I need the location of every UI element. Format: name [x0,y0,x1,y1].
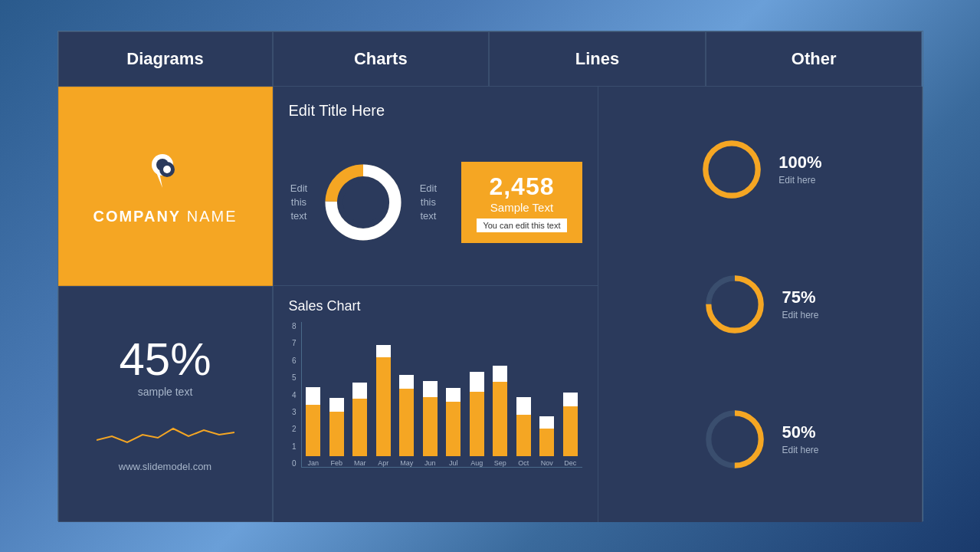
stats-box: 45% sample text www.slidemodel.com [58,286,273,522]
bar-label: Apr [378,459,388,467]
svg-point-3 [163,166,171,173]
bar-wrapper [467,337,487,456]
company-logo [143,148,188,197]
left-column: COMPANY NAME 45% sample text www.slidemo… [58,87,273,522]
right-edit-label: Edit this text [418,182,438,224]
bars-container: JanFebMarAprMayJunJulAugSepOctNovDec [301,322,582,468]
bar-bottom [539,429,554,456]
company-name-bold: COMPANY [93,208,181,225]
bar-wrapper [303,337,324,456]
bar-group: Dec [560,337,581,467]
bar-label: Mar [354,459,366,467]
bar-bottom [306,405,320,456]
bar-wrapper [350,337,371,456]
charts-top-content: Edit this text [289,135,582,270]
gauge-svg [700,270,769,339]
sample-text: sample text [138,386,193,398]
gauge-item: 100%Edit here [697,135,821,204]
stat-number: 2,458 [477,172,566,201]
header-charts[interactable]: Charts [273,31,490,87]
sales-section: Sales Chart 8 7 6 5 4 3 2 1 0 JanFebMarA [274,286,598,522]
y-axis: 8 7 6 5 4 3 2 1 0 [289,322,300,468]
bar-bottom [352,399,367,456]
bar-top [493,366,507,382]
bar-group: Apr [373,337,394,467]
gauge-percent: 100% [778,153,821,172]
gauge-text: 50%Edit here [782,422,818,456]
gauge-percent: 75% [782,288,818,307]
bar-top [446,388,461,402]
bar-bottom [470,392,484,456]
bar-label: Sep [494,459,506,467]
bar-top [376,345,391,357]
header-other[interactable]: Other [706,31,923,87]
bar-label: Jun [424,459,436,467]
bar-group: Feb [326,337,347,467]
other-label: Other [792,49,837,69]
gauge-svg [700,405,769,474]
bar-wrapper [444,337,464,456]
bar-group: Jun [420,337,441,467]
donut-svg [321,160,405,245]
bar-wrapper [373,337,394,456]
big-percent: 45% [119,337,211,383]
svg-point-10 [706,143,758,196]
bar-group: May [397,337,418,467]
mini-line-chart [97,413,234,452]
stat-label: Sample Text [477,201,566,214]
gauge-text: 75%Edit here [782,288,818,321]
bar-label: Oct [518,459,529,467]
donut-section: Edit this text [289,160,439,245]
bar-wrapper [560,337,581,456]
bar-label: Dec [564,459,576,467]
bar-bottom [399,389,414,456]
gauge-edit-label: Edit here [778,175,815,186]
bar-bottom [446,402,461,456]
pin-icon [143,148,188,194]
stat-box: 2,458 Sample Text You can edit this text [461,162,582,243]
gauge-percent: 50% [782,422,818,442]
lines-label: Lines [575,49,619,69]
gauge-item: 50%Edit here [700,405,818,474]
bar-top [470,372,484,392]
edit-title[interactable]: Edit Title Here [289,102,582,120]
gauge-item: 75%Edit here [700,270,818,339]
website-text: www.slidemodel.com [119,461,211,472]
bar-bottom [423,397,438,457]
bar-wrapper [326,337,347,456]
header-row: Diagrams Charts Lines Other [58,31,923,87]
charts-label: Charts [354,49,408,69]
bar-group: Mar [350,337,371,467]
bar-bottom [376,357,391,456]
company-box: COMPANY NAME [58,87,273,286]
bar-group: Oct [513,337,534,467]
bar-top [516,397,531,415]
bar-group: Jan [303,337,324,467]
bar-label: Nov [541,459,553,467]
bar-bottom [493,382,507,456]
stat-sub: You can edit this text [477,219,566,232]
bar-top [352,383,367,399]
gauge-text: 100%Edit here [778,153,821,186]
bar-group: Jul [444,337,464,467]
bar-label: Jan [307,459,319,467]
bar-top [399,375,414,389]
bar-bottom [563,406,578,456]
bar-top [539,416,554,429]
bar-group: Nov [537,337,558,467]
left-edit-label: Edit this text [289,182,310,224]
company-name: COMPANY NAME [93,208,237,225]
content-row: COMPANY NAME 45% sample text www.slidemo… [58,87,923,522]
company-name-light: NAME [181,208,237,225]
header-lines[interactable]: Lines [489,31,706,87]
bar-wrapper [513,337,534,456]
bar-group: Aug [467,337,487,467]
bar-top [423,381,438,397]
middle-column: Edit Title Here Edit this text [273,87,598,522]
bar-label: Feb [330,459,343,467]
gauge-edit-label: Edit here [782,445,818,455]
bar-label: Jul [449,459,458,467]
sales-title: Sales Chart [289,298,582,314]
header-diagrams[interactable]: Diagrams [58,31,273,87]
bar-wrapper [420,337,441,456]
